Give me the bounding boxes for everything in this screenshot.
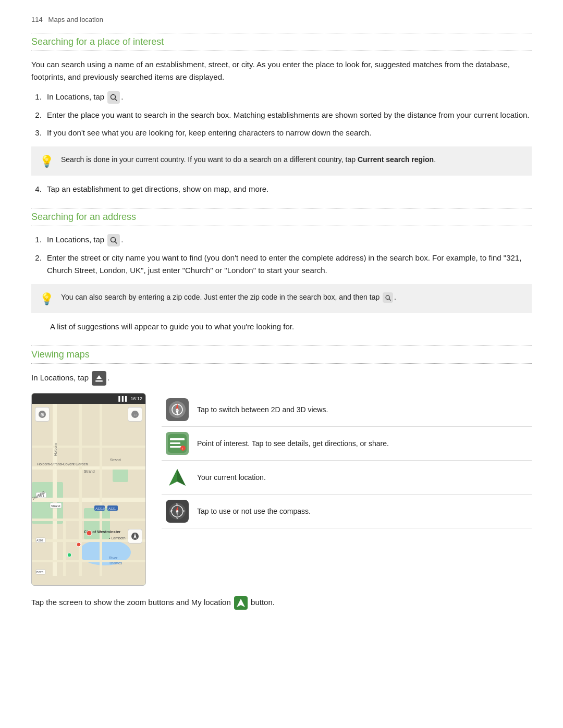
map-status-wifi: ▌▌▌ — [118, 396, 128, 401]
step-place-2: Enter the place you want to search in th… — [44, 109, 532, 121]
tip-text-address: You can also search by entering a zip co… — [61, 291, 396, 303]
tip-box-place: 💡 Search is done in your current country… — [31, 146, 532, 176]
map-feature-table: Tap to switch between 2D and 3D views. ! — [162, 393, 532, 528]
nav-location-icon — [234, 596, 248, 610]
svg-text:River: River — [109, 556, 118, 560]
feature-text-2: Point of interest. Tap to see details, g… — [193, 427, 532, 461]
svg-point-44 — [87, 530, 92, 536]
poi-icon: ! — [166, 432, 189, 455]
svg-point-70 — [176, 510, 178, 512]
feature-icon-2: ! — [162, 427, 193, 461]
tip-icon-place: 💡 — [40, 155, 54, 168]
svg-text:Strand: Strand — [110, 458, 121, 462]
svg-text:B325: B325 — [36, 571, 43, 574]
step-place-4: Tap an establishment to get directions, … — [44, 183, 532, 195]
suggestion-note: A list of suggestions will appear to gui… — [50, 320, 532, 333]
viewing-maps-content: ▌▌▌ 16:12 — [31, 393, 532, 586]
svg-text:⊕: ⊕ — [40, 412, 44, 417]
svg-line-5 — [389, 299, 390, 300]
svg-rect-15 — [32, 498, 146, 502]
svg-text:• Lambeth: • Lambeth — [109, 536, 126, 540]
section-searching-address: Searching for an address In Locations, t… — [31, 208, 532, 333]
section-title-address: Searching for an address — [31, 208, 532, 226]
feature-text-3: Your current location. — [193, 461, 532, 495]
feature-icon-4: N S W E — [162, 495, 193, 528]
svg-text:Strand: Strand — [51, 504, 60, 508]
download-icon — [92, 371, 106, 386]
svg-point-57 — [176, 409, 178, 411]
section-title-maps: Viewing maps — [31, 346, 532, 364]
steps-address: In Locations, tap . Enter the street or … — [44, 233, 532, 277]
svg-rect-17 — [100, 404, 102, 576]
step-place-1: In Locations, tap . — [44, 91, 532, 104]
feature-row-4: N S W E Tap to use or not use the compas… — [162, 495, 532, 528]
svg-text:Holborn: Holborn — [54, 443, 57, 456]
map-status-time: 16:12 — [130, 396, 142, 401]
svg-text:Holborn-Strand-Covent Garden: Holborn-Strand-Covent Garden — [37, 462, 88, 466]
feature-row-3: Your current location. — [162, 461, 532, 495]
svg-text:Strand: Strand — [84, 470, 95, 473]
svg-rect-35 — [32, 560, 146, 562]
compass-switch-icon — [166, 398, 189, 421]
map-btn-top-right: ↔ — [128, 407, 142, 422]
viewing-maps-intro: In Locations, tap . — [31, 371, 532, 386]
svg-line-1 — [115, 99, 117, 101]
search-icon-address-step1 — [107, 234, 120, 246]
svg-point-45 — [67, 553, 71, 557]
svg-rect-13 — [53, 404, 57, 576]
step-address-1: In Locations, tap . — [44, 233, 532, 246]
svg-rect-6 — [95, 380, 103, 382]
section-intro-place: You can search using a name of an establ… — [31, 58, 532, 83]
svg-rect-59 — [170, 438, 185, 440]
svg-text:W: W — [170, 510, 173, 513]
map-btn-top-left: ⊕ — [35, 407, 50, 422]
search-icon-tip — [383, 292, 393, 303]
svg-text:Thames: Thames — [109, 561, 123, 565]
section-viewing-maps: Viewing maps In Locations, tap . ▌▌▌ 16:… — [31, 346, 532, 610]
svg-text:A321B: A321B — [95, 507, 105, 510]
map-screenshot: ▌▌▌ 16:12 — [31, 393, 146, 586]
feature-text-4: Tap to use or not use the compass. — [193, 495, 532, 528]
location-icon — [166, 466, 189, 489]
feature-row-1: Tap to switch between 2D and 3D views. — [162, 393, 532, 427]
compass-icon: N S W E — [166, 500, 189, 523]
tip-box-address: 💡 You can also search by entering a zip … — [31, 284, 532, 313]
svg-point-46 — [77, 542, 81, 547]
feature-icon-3 — [162, 461, 193, 495]
steps-place-continued: Tap an establishment to get directions, … — [44, 183, 532, 195]
section-searching-place: Searching for a place of interest You ca… — [31, 33, 532, 195]
tip-icon-address: 💡 — [40, 292, 54, 306]
svg-point-62 — [180, 446, 186, 451]
page-number: 114 Maps and location — [31, 16, 532, 23]
svg-marker-65 — [177, 469, 186, 486]
search-icon-step1 — [107, 91, 120, 104]
svg-rect-16 — [79, 404, 82, 576]
step-address-2: Enter the street or city name you want t… — [44, 252, 532, 277]
svg-rect-19 — [32, 446, 146, 448]
steps-place: In Locations, tap . Enter the place you … — [44, 91, 532, 139]
svg-rect-34 — [63, 519, 66, 576]
svg-text:A302: A302 — [36, 539, 43, 542]
svg-rect-18 — [32, 519, 146, 521]
step-place-3: If you don't see what you are looking fo… — [44, 127, 532, 139]
feature-text-1: Tap to switch between 2D and 3D views. — [193, 393, 532, 427]
svg-text:A321: A321 — [108, 507, 116, 510]
svg-text:N: N — [176, 503, 178, 506]
svg-rect-60 — [170, 442, 180, 444]
svg-marker-7 — [96, 375, 102, 379]
tip-text-place: Search is done in your current country. … — [61, 154, 436, 165]
map-btn-bottom-right — [128, 529, 142, 544]
feature-row-2: ! Point of interest. Tap to see details,… — [162, 427, 532, 461]
svg-text:!: ! — [182, 447, 183, 451]
map-status-bar: ▌▌▌ 16:12 — [32, 393, 145, 404]
svg-marker-75 — [237, 599, 245, 607]
svg-text:↔: ↔ — [133, 412, 138, 417]
map-background: Holborn Holborn-Strand-Covent Garden Str… — [32, 393, 145, 585]
section-title-place: Searching for a place of interest — [31, 33, 532, 51]
svg-line-3 — [115, 242, 117, 244]
feature-icon-1 — [162, 393, 193, 427]
bottom-note: Tap the screen to show the zoom buttons … — [31, 596, 532, 610]
